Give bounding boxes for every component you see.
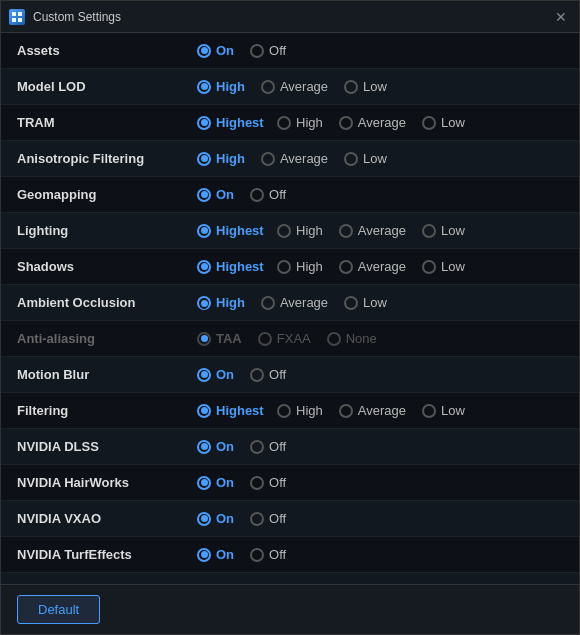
- radio-option-tram-average[interactable]: Average: [339, 115, 406, 130]
- radio-option-filtering-average[interactable]: Average: [339, 403, 406, 418]
- radio-option-motion-blur-off[interactable]: Off: [250, 367, 286, 382]
- radio-circle-nvidia-vxao-on: [197, 512, 211, 526]
- radio-option-tram-high[interactable]: High: [277, 115, 323, 130]
- close-button[interactable]: ✕: [551, 7, 571, 27]
- radio-label-nvidia-turfeffects-off: Off: [269, 547, 286, 562]
- radio-label-model-lod-high: High: [216, 79, 245, 94]
- settings-row-motion-blur: Motion BlurOnOff: [1, 357, 579, 393]
- radio-label-anti-aliasing-none: None: [346, 331, 377, 346]
- row-label-ambient-occlusion: Ambient Occlusion: [17, 295, 197, 310]
- settings-row-anti-aliasing: Anti-aliasingTAAFXAANone: [1, 321, 579, 357]
- preset-circle-lighting[interactable]: [197, 224, 211, 238]
- radio-circle-nvidia-hairworks-on: [197, 476, 211, 490]
- settings-row-nvidia-turfeffects: NVIDIA TurfEffectsOnOff: [1, 537, 579, 573]
- radio-label-motion-blur-off: Off: [269, 367, 286, 382]
- radio-option-shadows-high[interactable]: High: [277, 259, 323, 274]
- settings-row-nvidia-vxao: NVIDIA VXAOOnOff: [1, 501, 579, 537]
- radio-group-assets: OnOff: [197, 43, 298, 58]
- radio-label-ambient-occlusion-low: Low: [363, 295, 387, 310]
- radio-option-tram-low[interactable]: Low: [422, 115, 465, 130]
- radio-option-nvidia-turfeffects-on[interactable]: On: [197, 547, 234, 562]
- radio-option-lighting-average[interactable]: Average: [339, 223, 406, 238]
- radio-option-assets-on[interactable]: On: [197, 43, 234, 58]
- radio-label-filtering-average: Average: [358, 403, 406, 418]
- radio-option-filtering-low[interactable]: Low: [422, 403, 465, 418]
- radio-option-assets-off[interactable]: Off: [250, 43, 286, 58]
- svg-rect-1: [18, 12, 22, 16]
- radio-label-anti-aliasing-taa: TAA: [216, 331, 242, 346]
- radio-option-nvidia-dlss-on[interactable]: On: [197, 439, 234, 454]
- preset-label-shadows: Highest: [216, 259, 264, 274]
- radio-option-ambient-occlusion-low[interactable]: Low: [344, 295, 387, 310]
- settings-row-lighting: LightingHighestHighAverageLow: [1, 213, 579, 249]
- settings-row-nvidia-shadowlibs: NVIDIA ShadowLibsOnOff: [1, 573, 579, 584]
- radio-option-ambient-occlusion-average[interactable]: Average: [261, 295, 328, 310]
- preset-circle-shadows[interactable]: [197, 260, 211, 274]
- preset-circle-tram[interactable]: [197, 116, 211, 130]
- radio-circle-nvidia-hairworks-off: [250, 476, 264, 490]
- radio-circle-assets-on: [197, 44, 211, 58]
- radio-option-anisotropic-filtering-high[interactable]: High: [197, 151, 245, 166]
- radio-option-nvidia-hairworks-off[interactable]: Off: [250, 475, 286, 490]
- radio-option-anti-aliasing-none[interactable]: None: [327, 331, 377, 346]
- radio-circle-lighting-average: [339, 224, 353, 238]
- radio-option-anti-aliasing-taa[interactable]: TAA: [197, 331, 242, 346]
- radio-group-motion-blur: OnOff: [197, 367, 298, 382]
- radio-circle-anti-aliasing-none: [327, 332, 341, 346]
- radio-circle-ambient-occlusion-average: [261, 296, 275, 310]
- radio-option-motion-blur-on[interactable]: On: [197, 367, 234, 382]
- radio-circle-geomapping-on: [197, 188, 211, 202]
- radio-label-tram-average: Average: [358, 115, 406, 130]
- radio-group-tram: HighAverageLow: [277, 115, 477, 130]
- radio-option-geomapping-off[interactable]: Off: [250, 187, 286, 202]
- radio-option-geomapping-on[interactable]: On: [197, 187, 234, 202]
- radio-option-nvidia-vxao-on[interactable]: On: [197, 511, 234, 526]
- radio-label-nvidia-hairworks-on: On: [216, 475, 234, 490]
- radio-option-model-lod-average[interactable]: Average: [261, 79, 328, 94]
- default-button[interactable]: Default: [17, 595, 100, 624]
- radio-option-lighting-low[interactable]: Low: [422, 223, 465, 238]
- radio-option-anisotropic-filtering-average[interactable]: Average: [261, 151, 328, 166]
- svg-rect-2: [12, 18, 16, 22]
- radio-option-nvidia-vxao-off[interactable]: Off: [250, 511, 286, 526]
- radio-group-model-lod: HighAverageLow: [197, 79, 399, 94]
- radio-option-nvidia-dlss-off[interactable]: Off: [250, 439, 286, 454]
- radio-circle-nvidia-dlss-on: [197, 440, 211, 454]
- radio-option-anisotropic-filtering-low[interactable]: Low: [344, 151, 387, 166]
- radio-circle-geomapping-off: [250, 188, 264, 202]
- radio-label-assets-off: Off: [269, 43, 286, 58]
- row-label-nvidia-turfeffects: NVIDIA TurfEffects: [17, 547, 197, 562]
- settings-row-ambient-occlusion: Ambient OcclusionHighAverageLow: [1, 285, 579, 321]
- radio-circle-nvidia-turfeffects-on: [197, 548, 211, 562]
- radio-option-filtering-high[interactable]: High: [277, 403, 323, 418]
- radio-circle-motion-blur-on: [197, 368, 211, 382]
- radio-option-shadows-average[interactable]: Average: [339, 259, 406, 274]
- settings-row-model-lod: Model LODHighAverageLow: [1, 69, 579, 105]
- radio-circle-model-lod-low: [344, 80, 358, 94]
- preset-filtering: Highest: [197, 403, 267, 418]
- radio-group-nvidia-dlss: OnOff: [197, 439, 298, 454]
- row-label-assets: Assets: [17, 43, 197, 58]
- radio-circle-assets-off: [250, 44, 264, 58]
- row-label-model-lod: Model LOD: [17, 79, 197, 94]
- preset-circle-filtering[interactable]: [197, 404, 211, 418]
- preset-label-lighting: Highest: [216, 223, 264, 238]
- radio-circle-nvidia-dlss-off: [250, 440, 264, 454]
- row-label-nvidia-hairworks: NVIDIA HairWorks: [17, 475, 197, 490]
- row-label-motion-blur: Motion Blur: [17, 367, 197, 382]
- radio-option-nvidia-turfeffects-off[interactable]: Off: [250, 547, 286, 562]
- radio-option-model-lod-high[interactable]: High: [197, 79, 245, 94]
- row-label-lighting: Lighting: [17, 223, 197, 238]
- radio-option-nvidia-hairworks-on[interactable]: On: [197, 475, 234, 490]
- radio-option-model-lod-low[interactable]: Low: [344, 79, 387, 94]
- radio-circle-lighting-low: [422, 224, 436, 238]
- radio-label-shadows-high: High: [296, 259, 323, 274]
- radio-option-ambient-occlusion-high[interactable]: High: [197, 295, 245, 310]
- titlebar: Custom Settings ✕: [1, 1, 579, 33]
- radio-circle-model-lod-high: [197, 80, 211, 94]
- radio-label-shadows-average: Average: [358, 259, 406, 274]
- radio-option-lighting-high[interactable]: High: [277, 223, 323, 238]
- radio-option-anti-aliasing-fxaa[interactable]: FXAA: [258, 331, 311, 346]
- settings-window: Custom Settings ✕ AssetsOnOffModel LODHi…: [0, 0, 580, 635]
- radio-option-shadows-low[interactable]: Low: [422, 259, 465, 274]
